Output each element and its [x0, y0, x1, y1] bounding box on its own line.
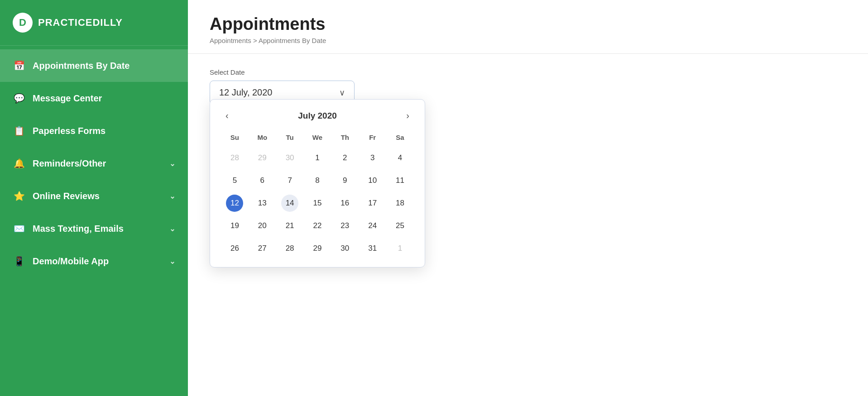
appointments-by-date-label: Appointments By Date [33, 61, 129, 71]
cal-day[interactable]: 26 [221, 237, 249, 260]
cal-weekday-fr: Fr [359, 131, 386, 147]
calendar-header: ‹ July 2020 › [221, 109, 414, 123]
cal-day[interactable]: 19 [221, 215, 249, 237]
cal-day[interactable]: 20 [249, 215, 276, 237]
online-reviews-label: Online Reviews [33, 191, 100, 201]
sidebar-item-appointments-by-date[interactable]: 📅Appointments By Date [0, 49, 188, 82]
cal-day[interactable]: 17 [359, 192, 386, 215]
cal-day[interactable]: 21 [276, 215, 304, 237]
page-title: Appointments [210, 14, 846, 34]
cal-day[interactable]: 14 [276, 192, 304, 215]
logo-area: D PRACTICEDILLY [0, 0, 188, 46]
cal-day[interactable]: 16 [331, 192, 359, 215]
page-body: Select Date 12 July, 2020 ∨ ‹ July 2020 … [188, 54, 868, 396]
sidebar-item-message-center[interactable]: 💬Message Center [0, 82, 188, 115]
select-date-label: Select Date [210, 68, 846, 76]
cal-day[interactable]: 30 [331, 237, 359, 260]
nav-list: 📅Appointments By Date💬Message Center📋Pap… [0, 49, 188, 277]
cal-day[interactable]: 25 [386, 215, 414, 237]
calendar-grid: SuMoTuWeThFrSa 2829301234567891011121314… [221, 131, 414, 260]
sidebar-item-mass-texting[interactable]: ✉️Mass Texting, Emails⌄ [0, 212, 188, 245]
cal-day[interactable]: 29 [304, 237, 331, 260]
next-month-button[interactable]: › [402, 109, 414, 123]
cal-weekday-sa: Sa [386, 131, 414, 147]
mass-texting-icon: ✉️ [13, 222, 25, 235]
sidebar-item-online-reviews[interactable]: ⭐Online Reviews⌄ [0, 180, 188, 212]
cal-day[interactable]: 30 [276, 147, 304, 169]
cal-day[interactable]: 11 [386, 169, 414, 192]
cal-day[interactable]: 18 [386, 192, 414, 215]
cal-day[interactable]: 2 [331, 147, 359, 169]
cal-weekday-mo: Mo [249, 131, 276, 147]
sidebar-item-paperless-forms[interactable]: 📋Paperless Forms [0, 115, 188, 147]
cal-day[interactable]: 23 [331, 215, 359, 237]
online-reviews-icon: ⭐ [13, 190, 25, 202]
cal-week-1: 567891011 [221, 169, 414, 192]
cal-day[interactable]: 31 [359, 237, 386, 260]
cal-day[interactable]: 5 [221, 169, 249, 192]
cal-weekday-we: We [304, 131, 331, 147]
cal-day[interactable]: 8 [304, 169, 331, 192]
reminders-other-icon: 🔔 [13, 157, 25, 170]
appointments-by-date-icon: 📅 [13, 59, 25, 72]
cal-day[interactable]: 9 [331, 169, 359, 192]
cal-day[interactable]: 6 [249, 169, 276, 192]
page-header: Appointments Appointments > Appointments… [188, 0, 868, 54]
cal-weekday-tu: Tu [276, 131, 304, 147]
cal-day[interactable]: 29 [249, 147, 276, 169]
cal-day[interactable]: 28 [276, 237, 304, 260]
cal-day[interactable]: 3 [359, 147, 386, 169]
cal-day[interactable]: 13 [249, 192, 276, 215]
cal-day[interactable]: 24 [359, 215, 386, 237]
cal-week-4: 2627282930311 [221, 237, 414, 260]
paperless-forms-label: Paperless Forms [33, 126, 106, 136]
cal-weekday-th: Th [331, 131, 359, 147]
cal-day[interactable]: 15 [304, 192, 331, 215]
chevron-down-icon: ⌄ [169, 224, 175, 233]
cal-week-2: 12131415161718 [221, 192, 414, 215]
cal-day[interactable]: 12 [221, 192, 249, 215]
message-center-icon: 💬 [13, 92, 25, 105]
demo-mobile-app-icon: 📱 [13, 255, 25, 267]
paperless-forms-icon: 📋 [13, 124, 25, 137]
cal-day[interactable]: 22 [304, 215, 331, 237]
mass-texting-label: Mass Texting, Emails [33, 224, 124, 234]
message-center-label: Message Center [33, 93, 102, 104]
cal-weekday-su: Su [221, 131, 249, 147]
cal-day[interactable]: 27 [249, 237, 276, 260]
chevron-down-icon: ∨ [339, 88, 345, 98]
demo-mobile-app-label: Demo/Mobile App [33, 256, 109, 267]
calendar-dropdown: ‹ July 2020 › SuMoTuWeThFrSa 28293012345… [210, 99, 425, 267]
main-content: Appointments Appointments > Appointments… [188, 0, 868, 396]
chevron-down-icon: ⌄ [169, 159, 175, 168]
cal-day[interactable]: 7 [276, 169, 304, 192]
sidebar-item-demo-mobile-app[interactable]: 📱Demo/Mobile App⌄ [0, 245, 188, 277]
cal-week-0: 2829301234 [221, 147, 414, 169]
cal-day[interactable]: 4 [386, 147, 414, 169]
cal-day[interactable]: 28 [221, 147, 249, 169]
logo-icon: D [13, 13, 33, 33]
calendar-month-year: July 2020 [298, 111, 337, 121]
sidebar: D PRACTICEDILLY 📅Appointments By Date💬Me… [0, 0, 188, 396]
chevron-down-icon: ⌄ [169, 192, 175, 200]
cal-week-3: 19202122232425 [221, 215, 414, 237]
cal-day[interactable]: 10 [359, 169, 386, 192]
cal-day[interactable]: 1 [386, 237, 414, 260]
prev-month-button[interactable]: ‹ [221, 109, 233, 123]
chevron-down-icon: ⌄ [169, 257, 175, 266]
selected-date-text: 12 July, 2020 [219, 87, 273, 98]
cal-day[interactable]: 1 [304, 147, 331, 169]
logo-text: PRACTICEDILLY [38, 17, 123, 29]
breadcrumb: Appointments > Appointments By Date [210, 37, 846, 44]
reminders-other-label: Reminders/Other [33, 158, 106, 169]
sidebar-item-reminders-other[interactable]: 🔔Reminders/Other⌄ [0, 147, 188, 180]
